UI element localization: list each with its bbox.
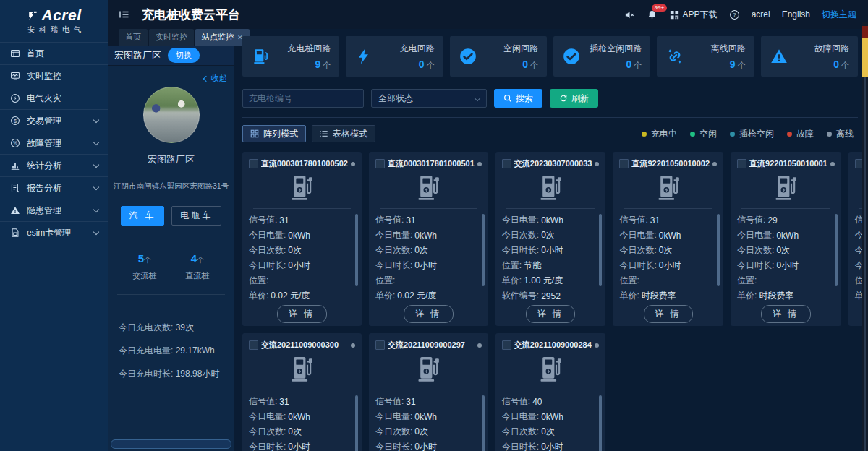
vehicle-type-tabs: 汽 车 电瓶车 — [109, 206, 234, 226]
svg-text:%: % — [13, 140, 17, 145]
bell-icon[interactable]: 99+ — [647, 9, 658, 20]
tab-0[interactable]: 首页 — [119, 29, 148, 46]
legend-dot — [787, 132, 792, 137]
theme-switch-link[interactable]: 切换主题 — [822, 9, 856, 21]
table-mode-button[interactable]: 表格模式 — [312, 125, 375, 142]
charger-id: 交流20211009000297 — [388, 340, 475, 351]
page-title: 充电桩收费云平台 — [142, 7, 240, 23]
card-scrollbar[interactable] — [355, 214, 358, 286]
charger-checkbox[interactable] — [375, 340, 385, 350]
tab-1[interactable]: 实时监控 — [149, 29, 194, 46]
card-scrollbar[interactable] — [599, 395, 602, 451]
sidebar-item-4[interactable]: % 故障管理 — [0, 132, 109, 154]
acrel-logo-icon — [27, 9, 38, 21]
panel-bottom-scrollbar[interactable] — [111, 439, 231, 449]
divider — [624, 208, 712, 209]
sidebar-item-7[interactable]: 隐患管理 — [0, 199, 109, 221]
chevron-down-icon — [93, 139, 99, 145]
charger-field: 单价 1.00 元/度 — [502, 273, 600, 288]
sidebar-item-0[interactable]: 首页 — [0, 42, 109, 64]
sidebar-item-8[interactable]: esim卡管理 — [0, 221, 109, 244]
charger-field: 今日次数 0次 — [375, 424, 482, 439]
stat-label: 插枪空闲回路 — [590, 43, 642, 55]
charger-field: 今日次数 0次 — [619, 243, 717, 258]
array-mode-button[interactable]: 阵列模式 — [242, 125, 306, 142]
card-scrollbar[interactable] — [599, 214, 602, 286]
detail-button[interactable]: 详 情 — [526, 305, 575, 323]
card-scrollbar[interactable] — [482, 214, 485, 286]
charger-field: 位置 — [619, 273, 717, 288]
legend-item-0: 充电中 — [642, 128, 677, 140]
charger-checkbox[interactable] — [502, 159, 511, 168]
search-button[interactable]: 搜索 — [494, 89, 542, 108]
charger-checkbox[interactable] — [249, 340, 258, 350]
charger-id: 直流92201050010001 — [749, 158, 827, 169]
stat-card-2: 空闲回路 0个 — [450, 36, 547, 77]
charger-card-2: 交流20230307000033 今日电量 0kWh 今日次数 0次 今日时长 … — [495, 152, 606, 326]
card-scrollbar[interactable] — [835, 214, 838, 286]
sidebar-item-label: esim卡管理 — [27, 227, 88, 239]
stat-value: 9个 — [711, 59, 746, 71]
sidebar-item-label: 隐患管理 — [27, 205, 88, 217]
charger-id: 直流0003017801000501 — [388, 158, 475, 169]
charger-fields: 信号值 31 今日电量 0kWh 今日次数 0次 今日时长 0小时 位置 单价 … — [375, 212, 482, 304]
filter-bar: 全部状态 搜索 刷新 — [242, 89, 858, 108]
sidebar-item-6[interactable]: 报告分析 — [0, 176, 109, 199]
scrollbar-thumb[interactable] — [862, 38, 868, 77]
electric-fire-icon — [10, 93, 20, 103]
charger-field: 位置 — [375, 273, 482, 288]
sidebar-item-label: 首页 — [27, 48, 100, 60]
charger-field: 位置 — [249, 273, 355, 288]
collapse-menu-icon[interactable] — [119, 9, 130, 20]
detail-button[interactable]: 详 情 — [277, 305, 326, 323]
realtime-monitor-icon — [10, 71, 20, 81]
charger-checkbox[interactable] — [737, 159, 746, 168]
charger-field: 今日次数 0次 — [249, 424, 355, 439]
detail-button[interactable]: 详 情 — [404, 305, 453, 323]
window-scrollbar[interactable] — [862, 22, 868, 451]
check-circle-icon — [459, 47, 477, 66]
sidebar-item-1[interactable]: 实时监控 — [0, 64, 109, 87]
today-stats: 今日充电次数39次 今日充电电量29.17kWh 今日充电时长198.98小时 — [109, 308, 234, 394]
svg-text:?: ? — [733, 12, 736, 18]
today-stat-row: 今日充电次数39次 — [119, 322, 224, 334]
detail-button[interactable]: 详 情 — [761, 305, 810, 323]
card-scrollbar[interactable] — [717, 214, 720, 286]
app-download-link[interactable]: APP下载 — [669, 9, 718, 21]
card-scrollbar[interactable] — [482, 395, 485, 451]
mute-icon[interactable] — [624, 9, 635, 20]
sidebar-item-5[interactable]: 统计分析 — [0, 154, 109, 176]
today-stat-row: 今日充电电量29.17kWh — [119, 345, 224, 357]
status-dot — [595, 162, 599, 166]
charger-checkbox[interactable] — [375, 159, 385, 168]
language-switch[interactable]: English — [782, 9, 810, 20]
sidebar-item-3[interactable]: $ 交易管理 — [0, 109, 109, 132]
stat-label: 故障回路 — [814, 43, 849, 55]
status-select[interactable]: 全部状态 — [371, 89, 487, 108]
gun-number-input[interactable] — [242, 89, 364, 108]
divider — [253, 208, 351, 209]
sidebar-item-2[interactable]: 电气火灾 — [0, 87, 109, 109]
stat-card-5: 故障回路 0个 — [761, 36, 858, 77]
charger-field: 今日时长 0小时 — [502, 439, 600, 451]
switch-station-button[interactable]: 切换 — [168, 48, 200, 63]
refresh-button[interactable]: 刷新 — [550, 89, 598, 108]
station-column: 首页 实时监控 站点监控 ✕ 宏图路厂区 切换 收起 宏图路厂区 江阴市南闸镇东… — [109, 29, 234, 451]
transaction-icon: $ — [10, 116, 20, 126]
charger-field: 今日电量 0kWh — [375, 409, 482, 424]
collapse-panel-link[interactable]: 收起 — [204, 73, 227, 84]
divider — [117, 294, 225, 295]
detail-button[interactable]: 详 情 — [644, 305, 693, 323]
vehicle-tab-car[interactable]: 汽 车 — [121, 206, 164, 226]
charger-fields: 信号值 31 今日电量 0kWh 今日次数 0次 今日时长 0小时 位置 单价 … — [249, 212, 355, 304]
charger-checkbox[interactable] — [619, 159, 629, 168]
username[interactable]: acrel — [752, 9, 770, 20]
help-icon[interactable]: ? — [729, 9, 740, 20]
charger-checkbox[interactable] — [502, 340, 511, 350]
charger-id: 直流92201050010002 — [631, 158, 710, 169]
chevron-down-icon — [93, 116, 99, 122]
charger-checkbox[interactable] — [249, 159, 258, 168]
charger-id: 交流20230307000033 — [514, 158, 592, 169]
card-scrollbar[interactable] — [355, 395, 358, 451]
vehicle-tab-ebike[interactable]: 电瓶车 — [171, 206, 221, 226]
